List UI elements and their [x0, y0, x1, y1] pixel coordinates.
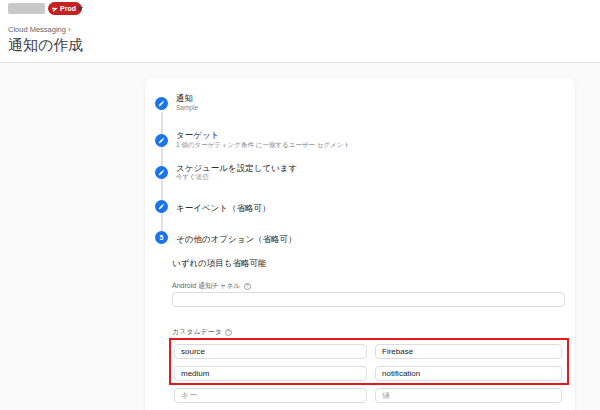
custom-data-key-input-1[interactable]	[174, 344, 367, 359]
step2-subtitle: 1 個のターゲティング条件 に一致するユーザー セグメント	[176, 141, 350, 150]
custom-data-key-input-empty[interactable]	[174, 388, 367, 403]
edit-pencil-icon	[158, 137, 165, 144]
edit-pencil-icon	[158, 169, 165, 176]
custom-data-value-input-2[interactable]	[375, 366, 562, 381]
custom-data-label: カスタムデータ ?	[172, 327, 232, 337]
firebase-cloud-messaging-page: Prod Cloud Messaging › 通知の作成 通知 Sample タ…	[0, 0, 600, 410]
step1-subtitle: Sample	[176, 104, 198, 111]
step5-indicator[interactable]: 5	[155, 231, 168, 244]
step4-edit-button[interactable]	[155, 200, 168, 213]
send-icon	[51, 5, 59, 13]
step3-subtitle: 今すぐ送信	[176, 173, 209, 182]
breadcrumb-separator: ›	[68, 25, 71, 34]
edit-pencil-icon	[158, 203, 165, 210]
custom-data-value-input-1[interactable]	[375, 344, 562, 359]
redacted-project-label	[8, 3, 45, 14]
edit-pencil-icon	[158, 100, 165, 107]
custom-data-value-input-empty[interactable]	[375, 388, 562, 403]
environment-badge-label: Prod	[60, 5, 76, 12]
custom-data-key-input-2[interactable]	[174, 366, 367, 381]
help-icon[interactable]: ?	[225, 329, 232, 336]
optional-items-heading: いずれの項目も省略可能	[172, 258, 267, 270]
step3-edit-button[interactable]	[155, 166, 168, 179]
step2-edit-button[interactable]	[155, 134, 168, 147]
step5-number: 5	[160, 234, 164, 241]
android-channel-input[interactable]	[172, 292, 565, 307]
step1-edit-button[interactable]	[155, 97, 168, 110]
android-channel-label-text: Android 通知チャネル	[172, 281, 241, 291]
android-channel-label: Android 通知チャネル ?	[172, 281, 251, 291]
breadcrumb: Cloud Messaging ›	[8, 25, 71, 34]
custom-data-label-text: カスタムデータ	[172, 327, 222, 337]
step4-title: キーイベント（省略可）	[176, 203, 271, 215]
breadcrumb-cloud-messaging-link[interactable]: Cloud Messaging	[8, 25, 66, 34]
help-icon[interactable]: ?	[244, 283, 251, 290]
chevron-down-icon[interactable]	[77, 7, 83, 11]
page-title: 通知の作成	[8, 36, 83, 55]
step5-title: その他のオプション（省略可）	[176, 234, 297, 246]
